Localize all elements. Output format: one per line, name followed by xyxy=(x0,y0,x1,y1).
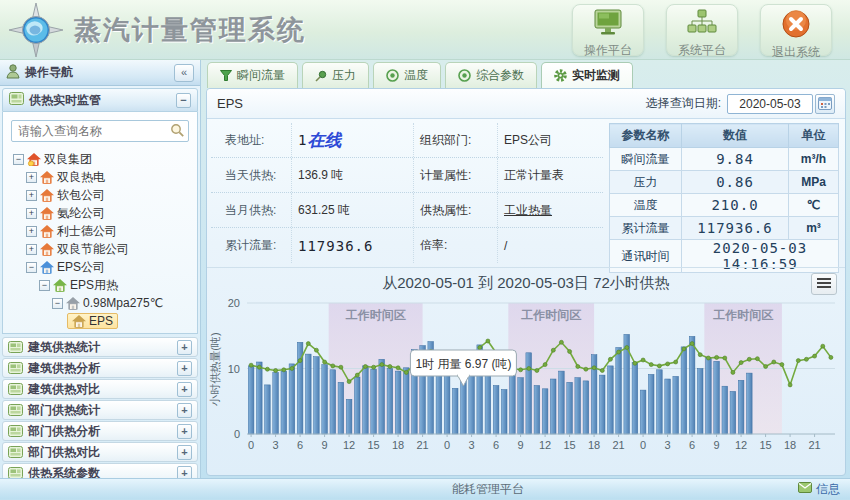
svg-text:1时 用量 6.97 (吨): 1时 用量 6.97 (吨) xyxy=(415,357,511,371)
station-name: EPS xyxy=(217,96,243,111)
accordion-label: 建筑供热分析 xyxy=(28,360,100,377)
svg-text:3: 3 xyxy=(665,439,671,451)
expand-icon[interactable]: + xyxy=(26,226,37,237)
tab-综合参数[interactable]: 综合参数 xyxy=(445,62,537,88)
monitor-icon xyxy=(573,9,643,40)
expand-icon[interactable]: + xyxy=(26,190,37,201)
meter-fields: 表地址:1在线组织部门:EPS公司当天供热:136.9 吨计量属性:正常计量表当… xyxy=(211,123,603,267)
tree-node-双良集团[interactable]: −双良集团 xyxy=(7,150,193,168)
tree-panel: −双良集团+双良热电+软包公司+氨纶公司+利士德公司+双良节能公司−EPS公司−… xyxy=(2,112,198,334)
expand-icon[interactable]: + xyxy=(177,340,192,355)
expand-icon[interactable]: + xyxy=(26,172,37,183)
operation-platform-button[interactable]: 操作平台 xyxy=(572,4,644,56)
system-platform-button[interactable]: 系统平台 xyxy=(666,4,738,56)
svg-text:9: 9 xyxy=(714,439,720,451)
button-label: 系统平台 xyxy=(667,42,737,59)
svg-text:15: 15 xyxy=(367,439,379,451)
tree-node-双良节能公司[interactable]: +双良节能公司 xyxy=(7,240,193,258)
field-value: 1在线 xyxy=(291,123,413,157)
svg-text:12: 12 xyxy=(735,439,747,451)
footer-platform-label: 能耗管理平台 xyxy=(452,481,524,498)
field-label: 累计流量: xyxy=(211,237,291,254)
field-label: 表地址: xyxy=(211,132,291,149)
field-row: 当月供热:631.25 吨供热属性:工业热量 xyxy=(211,193,603,228)
house-icon xyxy=(72,315,86,328)
tree-node-双良热电[interactable]: +双良热电 xyxy=(7,168,193,186)
params-header-row: 参数名称数值单位 xyxy=(610,124,839,148)
tree-node-label: 软包公司 xyxy=(57,187,105,204)
tab-瞬间流量[interactable]: 瞬间流量 xyxy=(207,62,298,88)
panel-header-heat-monitor[interactable]: 供热实时监管 − xyxy=(2,88,198,112)
work-band-label: 工作时间区 xyxy=(712,308,773,322)
expand-icon[interactable]: + xyxy=(177,424,192,439)
tree-node-label: 氨纶公司 xyxy=(57,205,105,222)
house-icon xyxy=(53,279,67,292)
footer-info-link[interactable]: 信息 xyxy=(798,481,840,498)
tab-压力[interactable]: 压力 xyxy=(302,62,369,88)
field-value: / xyxy=(497,228,603,263)
accordion-建筑供热分析[interactable]: 建筑供热分析+ xyxy=(2,358,198,378)
expand-icon[interactable]: + xyxy=(177,361,192,376)
expand-icon[interactable]: + xyxy=(26,208,37,219)
query-date-input[interactable] xyxy=(727,94,813,114)
accordion-label: 建筑供热统计 xyxy=(28,339,100,356)
accordion-部门供热对比[interactable]: 部门供热对比+ xyxy=(2,442,198,462)
expand-icon[interactable]: + xyxy=(177,382,192,397)
button-label: 退出系统 xyxy=(761,44,831,61)
sidebar-collapse-button[interactable]: « xyxy=(174,64,194,82)
collapse-icon[interactable]: − xyxy=(39,280,50,291)
panel-icon xyxy=(8,446,23,458)
tree-node-0.98Mpa275℃[interactable]: −0.98Mpa275℃ xyxy=(7,294,193,312)
params-row: 温度210.0℃ xyxy=(610,194,839,217)
panel-icon xyxy=(8,341,23,353)
panel-icon xyxy=(8,425,23,437)
params-header: 单位 xyxy=(789,124,839,148)
target-icon xyxy=(458,69,471,82)
tree-node-软包公司[interactable]: +软包公司 xyxy=(7,186,193,204)
calendar-icon[interactable] xyxy=(815,94,835,114)
hamburger-icon[interactable] xyxy=(811,273,837,295)
tab-label: 压力 xyxy=(332,67,356,84)
panel-collapse-button[interactable]: − xyxy=(176,93,191,108)
expand-icon[interactable]: + xyxy=(177,445,192,460)
hourly-heat-chart[interactable]: 工作时间区工作时间区工作时间区01020小时供热量(吨)036912151821… xyxy=(207,294,845,475)
field-label: 计量属性: xyxy=(413,158,497,192)
nav-header: 操作导航 « xyxy=(0,60,200,86)
expand-icon[interactable]: + xyxy=(26,244,37,255)
tab-label: 瞬间流量 xyxy=(237,67,285,84)
accordion-label: 部门供热分析 xyxy=(28,423,100,440)
house-icon xyxy=(40,243,54,256)
params-row: 压力0.86MPa xyxy=(610,171,839,194)
house-icon xyxy=(40,171,54,184)
accordion-建筑供热对比[interactable]: 建筑供热对比+ xyxy=(2,379,198,399)
svg-text:21: 21 xyxy=(416,439,428,451)
svg-text:6: 6 xyxy=(493,439,499,451)
tree-node-EPS用热[interactable]: −EPS用热 xyxy=(7,276,193,294)
accordion-label: 部门供热统计 xyxy=(28,402,100,419)
accordion-部门供热统计[interactable]: 部门供热统计+ xyxy=(2,400,198,420)
field-value: 631.25 吨 xyxy=(291,193,413,227)
tab-温度[interactable]: 温度 xyxy=(373,62,441,88)
expand-icon[interactable]: + xyxy=(177,403,192,418)
tree-node-利士德公司[interactable]: +利士德公司 xyxy=(7,222,193,240)
accordion-部门供热分析[interactable]: 部门供热分析+ xyxy=(2,421,198,441)
exit-system-button[interactable]: 退出系统 xyxy=(760,4,832,56)
collapse-icon[interactable]: − xyxy=(13,154,24,165)
collapse-icon[interactable]: − xyxy=(52,298,63,309)
tab-label: 实时监测 xyxy=(572,67,620,84)
tree-node-氨纶公司[interactable]: +氨纶公司 xyxy=(7,204,193,222)
tree-node-EPS[interactable]: EPS xyxy=(7,312,193,330)
search-icon[interactable] xyxy=(170,123,185,141)
user-icon xyxy=(6,64,20,82)
tab-实时监测[interactable]: 实时监测 xyxy=(541,62,633,88)
svg-text:12: 12 xyxy=(343,439,355,451)
accordion-建筑供热统计[interactable]: 建筑供热统计+ xyxy=(2,337,198,357)
tree-node-EPS公司[interactable]: −EPS公司 xyxy=(7,258,193,276)
svg-text:15: 15 xyxy=(759,439,771,451)
sitemap-icon xyxy=(667,9,737,40)
tree-search-input[interactable] xyxy=(11,120,189,142)
field-row: 表地址:1在线组织部门:EPS公司 xyxy=(211,123,603,158)
field-label: 当月供热: xyxy=(211,202,291,219)
svg-text:0: 0 xyxy=(444,439,450,451)
collapse-icon[interactable]: − xyxy=(26,262,37,273)
